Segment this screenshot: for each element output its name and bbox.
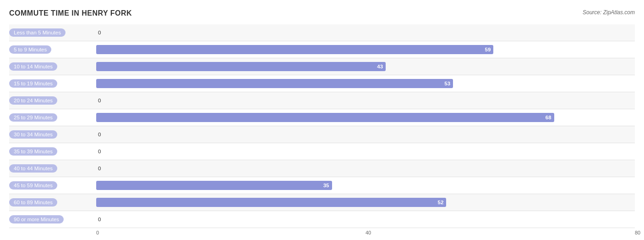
- bar-area: 0: [96, 160, 635, 177]
- row-label-area: 10 to 14 Minutes: [9, 62, 96, 71]
- bar-area: 52: [96, 194, 635, 211]
- bar-value-zero: 0: [98, 166, 101, 171]
- bar-value: 35: [323, 183, 329, 188]
- bar-value-zero: 0: [98, 149, 101, 154]
- bar-fill: 59: [96, 45, 493, 54]
- row-label-area: 30 to 34 Minutes: [9, 130, 96, 139]
- x-axis-label: 80: [635, 230, 640, 235]
- bar-track: 0: [96, 164, 635, 173]
- row-label: 35 to 39 Minutes: [9, 147, 57, 156]
- bar-fill: 52: [96, 198, 446, 207]
- x-axis: 04080: [96, 230, 635, 239]
- bar-track: 43: [96, 62, 635, 71]
- bar-track: 59: [96, 45, 635, 54]
- bar-value: 52: [438, 200, 444, 205]
- table-row: 90 or more Minutes0: [9, 211, 635, 228]
- bar-area: 53: [96, 75, 635, 92]
- bar-track: 68: [96, 113, 635, 122]
- bar-fill: 53: [96, 79, 453, 88]
- bar-area: 59: [96, 41, 635, 58]
- row-label-area: 5 to 9 Minutes: [9, 45, 96, 54]
- table-row: 15 to 19 Minutes53: [9, 75, 635, 92]
- bar-value-zero: 0: [98, 30, 101, 35]
- bar-value-zero: 0: [98, 132, 101, 137]
- row-label-area: 25 to 29 Minutes: [9, 113, 96, 122]
- bar-value: 68: [546, 115, 551, 120]
- bar-track: 0: [96, 215, 635, 224]
- bar-fill: 43: [96, 62, 386, 71]
- row-label: 5 to 9 Minutes: [9, 45, 51, 54]
- table-row: 25 to 29 Minutes68: [9, 109, 635, 126]
- row-label-area: 45 to 59 Minutes: [9, 181, 96, 190]
- row-label: 90 or more Minutes: [9, 215, 64, 223]
- row-label: 60 to 89 Minutes: [9, 198, 57, 207]
- bar-area: 43: [96, 58, 635, 75]
- bar-track: 0: [96, 28, 635, 37]
- row-label-area: 35 to 39 Minutes: [9, 147, 96, 156]
- bar-area: 0: [96, 143, 635, 160]
- bar-area: 0: [96, 92, 635, 109]
- bar-area: 68: [96, 109, 635, 126]
- bar-value: 43: [377, 64, 383, 69]
- table-row: 60 to 89 Minutes52: [9, 194, 635, 211]
- row-label: 40 to 44 Minutes: [9, 164, 57, 173]
- x-axis-label: 40: [366, 230, 371, 235]
- row-label-area: Less than 5 Minutes: [9, 28, 96, 37]
- chart-body: Less than 5 Minutes05 to 9 Minutes5910 t…: [9, 24, 635, 228]
- chart-source: Source: ZipAtlas.com: [583, 9, 635, 16]
- bar-track: 0: [96, 96, 635, 105]
- bar-area: 0: [96, 24, 635, 41]
- bar-track: 52: [96, 198, 635, 207]
- bar-value: 59: [485, 47, 491, 52]
- bar-track: 0: [96, 130, 635, 139]
- row-label-area: 60 to 89 Minutes: [9, 198, 96, 207]
- table-row: 35 to 39 Minutes0: [9, 143, 635, 160]
- chart-container: COMMUTE TIME IN HENRY FORK Source: ZipAt…: [0, 5, 644, 240]
- bar-fill: 35: [96, 181, 332, 190]
- bar-area: 0: [96, 211, 635, 228]
- row-label: 15 to 19 Minutes: [9, 79, 57, 88]
- chart-header: COMMUTE TIME IN HENRY FORK Source: ZipAt…: [9, 9, 635, 17]
- bar-track: 53: [96, 79, 635, 88]
- bar-value-zero: 0: [98, 217, 101, 222]
- row-label: 45 to 59 Minutes: [9, 181, 57, 190]
- row-label: 20 to 24 Minutes: [9, 96, 57, 105]
- bar-fill: 68: [96, 113, 554, 122]
- x-axis-label: 0: [96, 230, 99, 235]
- bar-area: 0: [96, 126, 635, 143]
- table-row: 40 to 44 Minutes0: [9, 160, 635, 177]
- row-label-area: 15 to 19 Minutes: [9, 79, 96, 88]
- row-label-area: 90 or more Minutes: [9, 215, 96, 223]
- row-label-area: 20 to 24 Minutes: [9, 96, 96, 105]
- table-row: Less than 5 Minutes0: [9, 24, 635, 41]
- chart-title: COMMUTE TIME IN HENRY FORK: [9, 9, 132, 17]
- table-row: 45 to 59 Minutes35: [9, 177, 635, 194]
- bar-area: 35: [96, 177, 635, 194]
- row-label: 10 to 14 Minutes: [9, 62, 57, 71]
- bar-value: 53: [444, 81, 450, 86]
- bar-track: 0: [96, 147, 635, 156]
- table-row: 20 to 24 Minutes0: [9, 92, 635, 109]
- table-row: 5 to 9 Minutes59: [9, 41, 635, 58]
- bar-value-zero: 0: [98, 98, 101, 103]
- row-label: 30 to 34 Minutes: [9, 130, 57, 139]
- row-label-area: 40 to 44 Minutes: [9, 164, 96, 173]
- row-label: Less than 5 Minutes: [9, 28, 65, 37]
- bar-track: 35: [96, 181, 635, 190]
- table-row: 30 to 34 Minutes0: [9, 126, 635, 143]
- table-row: 10 to 14 Minutes43: [9, 58, 635, 75]
- row-label: 25 to 29 Minutes: [9, 113, 57, 122]
